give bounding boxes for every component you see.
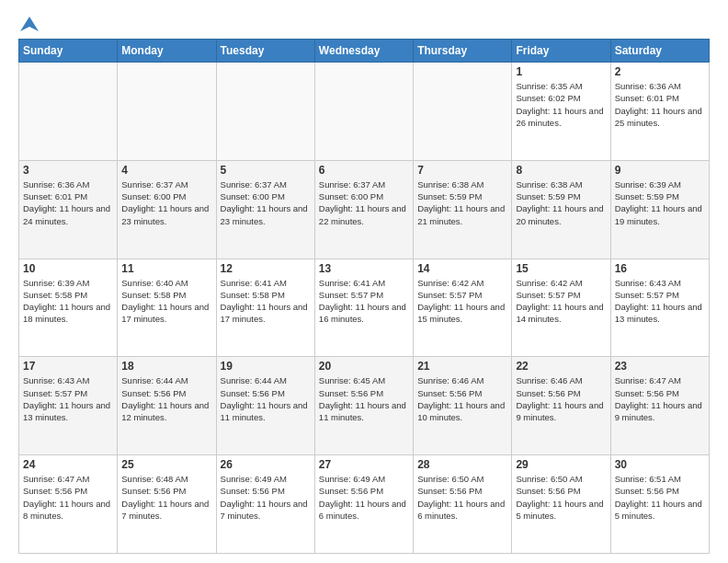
calendar-cell: 24Sunrise: 6:47 AM Sunset: 5:56 PM Dayli… [19, 455, 118, 554]
day-info: Sunrise: 6:39 AM Sunset: 5:59 PM Dayligh… [615, 178, 705, 227]
day-info: Sunrise: 6:51 AM Sunset: 5:56 PM Dayligh… [615, 473, 705, 522]
calendar-cell: 16Sunrise: 6:43 AM Sunset: 5:57 PM Dayli… [610, 259, 709, 357]
day-number: 30 [615, 458, 705, 471]
day-number: 27 [319, 458, 409, 471]
calendar-cell: 22Sunrise: 6:46 AM Sunset: 5:56 PM Dayli… [512, 357, 610, 455]
calendar-cell: 11Sunrise: 6:40 AM Sunset: 5:58 PM Dayli… [118, 259, 216, 357]
day-number: 1 [516, 65, 606, 78]
day-number: 7 [417, 164, 507, 177]
header [18, 15, 710, 29]
page: SundayMondayTuesdayWednesdayThursdayFrid… [0, 0, 728, 563]
day-info: Sunrise: 6:37 AM Sunset: 6:00 PM Dayligh… [221, 178, 311, 227]
day-number: 10 [23, 262, 113, 275]
calendar-header-friday: Friday [512, 40, 610, 63]
calendar-week-2: 3Sunrise: 6:36 AM Sunset: 6:01 PM Daylig… [19, 160, 710, 259]
day-info: Sunrise: 6:37 AM Sunset: 6:00 PM Dayligh… [319, 178, 409, 227]
day-info: Sunrise: 6:46 AM Sunset: 5:56 PM Dayligh… [417, 374, 507, 423]
calendar-header-thursday: Thursday [414, 40, 512, 63]
day-number: 22 [516, 360, 606, 373]
day-info: Sunrise: 6:45 AM Sunset: 5:56 PM Dayligh… [319, 374, 409, 423]
day-info: Sunrise: 6:37 AM Sunset: 6:00 PM Dayligh… [121, 178, 211, 227]
calendar-cell: 1Sunrise: 6:35 AM Sunset: 6:02 PM Daylig… [512, 63, 610, 161]
calendar-cell: 8Sunrise: 6:38 AM Sunset: 5:59 PM Daylig… [512, 160, 610, 259]
calendar-week-4: 17Sunrise: 6:43 AM Sunset: 5:57 PM Dayli… [19, 357, 710, 455]
calendar-week-3: 10Sunrise: 6:39 AM Sunset: 5:58 PM Dayli… [19, 259, 710, 357]
day-info: Sunrise: 6:43 AM Sunset: 5:57 PM Dayligh… [23, 374, 113, 423]
day-info: Sunrise: 6:38 AM Sunset: 5:59 PM Dayligh… [417, 178, 507, 227]
calendar-cell: 27Sunrise: 6:49 AM Sunset: 5:56 PM Dayli… [314, 455, 413, 554]
day-number: 12 [221, 262, 311, 275]
calendar-cell: 6Sunrise: 6:37 AM Sunset: 6:00 PM Daylig… [314, 160, 413, 259]
day-info: Sunrise: 6:38 AM Sunset: 5:59 PM Dayligh… [516, 178, 606, 227]
day-number: 29 [516, 458, 606, 471]
calendar-cell: 29Sunrise: 6:50 AM Sunset: 5:56 PM Dayli… [512, 455, 610, 554]
day-number: 6 [319, 164, 409, 177]
calendar-cell: 20Sunrise: 6:45 AM Sunset: 5:56 PM Dayli… [314, 357, 413, 455]
day-number: 25 [121, 458, 211, 471]
day-info: Sunrise: 6:50 AM Sunset: 5:56 PM Dayligh… [516, 473, 606, 522]
calendar-week-5: 24Sunrise: 6:47 AM Sunset: 5:56 PM Dayli… [19, 455, 710, 554]
day-info: Sunrise: 6:42 AM Sunset: 5:57 PM Dayligh… [417, 277, 507, 326]
calendar-cell: 2Sunrise: 6:36 AM Sunset: 6:01 PM Daylig… [610, 63, 709, 161]
day-number: 8 [516, 164, 606, 177]
logo [18, 15, 39, 29]
day-info: Sunrise: 6:47 AM Sunset: 5:56 PM Dayligh… [615, 374, 705, 423]
day-number: 24 [23, 458, 113, 471]
day-info: Sunrise: 6:36 AM Sunset: 6:01 PM Dayligh… [23, 178, 113, 227]
calendar-week-1: 1Sunrise: 6:35 AM Sunset: 6:02 PM Daylig… [19, 63, 710, 161]
day-number: 26 [221, 458, 311, 471]
calendar-cell: 14Sunrise: 6:42 AM Sunset: 5:57 PM Dayli… [414, 259, 512, 357]
calendar-cell: 4Sunrise: 6:37 AM Sunset: 6:00 PM Daylig… [118, 160, 216, 259]
calendar-cell: 5Sunrise: 6:37 AM Sunset: 6:00 PM Daylig… [216, 160, 314, 259]
day-info: Sunrise: 6:39 AM Sunset: 5:58 PM Dayligh… [23, 277, 113, 326]
day-number: 14 [417, 262, 507, 275]
day-info: Sunrise: 6:44 AM Sunset: 5:56 PM Dayligh… [221, 374, 311, 423]
day-number: 11 [121, 262, 211, 275]
day-number: 17 [23, 360, 113, 373]
calendar-cell: 17Sunrise: 6:43 AM Sunset: 5:57 PM Dayli… [19, 357, 118, 455]
calendar-cell: 10Sunrise: 6:39 AM Sunset: 5:58 PM Dayli… [19, 259, 118, 357]
calendar-cell: 30Sunrise: 6:51 AM Sunset: 5:56 PM Dayli… [610, 455, 709, 554]
calendar-cell: 15Sunrise: 6:42 AM Sunset: 5:57 PM Dayli… [512, 259, 610, 357]
day-number: 13 [319, 262, 409, 275]
day-info: Sunrise: 6:42 AM Sunset: 5:57 PM Dayligh… [516, 277, 606, 326]
day-info: Sunrise: 6:41 AM Sunset: 5:58 PM Dayligh… [221, 277, 311, 326]
calendar-cell: 9Sunrise: 6:39 AM Sunset: 5:59 PM Daylig… [610, 160, 709, 259]
day-number: 18 [121, 360, 211, 373]
day-info: Sunrise: 6:50 AM Sunset: 5:56 PM Dayligh… [417, 473, 507, 522]
calendar-cell: 26Sunrise: 6:49 AM Sunset: 5:56 PM Dayli… [216, 455, 314, 554]
day-info: Sunrise: 6:35 AM Sunset: 6:02 PM Dayligh… [516, 80, 606, 129]
logo-bird-icon [20, 15, 39, 33]
day-info: Sunrise: 6:46 AM Sunset: 5:56 PM Dayligh… [516, 374, 606, 423]
calendar-cell [19, 63, 118, 161]
calendar-cell [216, 63, 314, 161]
day-info: Sunrise: 6:36 AM Sunset: 6:01 PM Dayligh… [615, 80, 705, 129]
calendar-header-row: SundayMondayTuesdayWednesdayThursdayFrid… [19, 40, 710, 63]
calendar-cell: 18Sunrise: 6:44 AM Sunset: 5:56 PM Dayli… [118, 357, 216, 455]
calendar-header-sunday: Sunday [19, 40, 118, 63]
day-number: 19 [221, 360, 311, 373]
day-number: 9 [615, 164, 705, 177]
calendar-cell: 28Sunrise: 6:50 AM Sunset: 5:56 PM Dayli… [414, 455, 512, 554]
day-info: Sunrise: 6:48 AM Sunset: 5:56 PM Dayligh… [121, 473, 211, 522]
day-info: Sunrise: 6:49 AM Sunset: 5:56 PM Dayligh… [319, 473, 409, 522]
day-info: Sunrise: 6:49 AM Sunset: 5:56 PM Dayligh… [221, 473, 311, 522]
day-number: 4 [121, 164, 211, 177]
day-number: 5 [221, 164, 311, 177]
svg-marker-0 [20, 17, 39, 31]
calendar-header-tuesday: Tuesday [216, 40, 314, 63]
calendar-cell: 23Sunrise: 6:47 AM Sunset: 5:56 PM Dayli… [610, 357, 709, 455]
calendar-table: SundayMondayTuesdayWednesdayThursdayFrid… [18, 39, 710, 554]
day-number: 3 [23, 164, 113, 177]
day-info: Sunrise: 6:47 AM Sunset: 5:56 PM Dayligh… [23, 473, 113, 522]
day-info: Sunrise: 6:41 AM Sunset: 5:57 PM Dayligh… [319, 277, 409, 326]
calendar-cell [314, 63, 413, 161]
day-number: 28 [417, 458, 507, 471]
day-number: 16 [615, 262, 705, 275]
calendar-cell [118, 63, 216, 161]
day-info: Sunrise: 6:44 AM Sunset: 5:56 PM Dayligh… [121, 374, 211, 423]
calendar-header-wednesday: Wednesday [314, 40, 413, 63]
day-number: 2 [615, 65, 705, 78]
calendar-cell: 25Sunrise: 6:48 AM Sunset: 5:56 PM Dayli… [118, 455, 216, 554]
calendar-cell: 7Sunrise: 6:38 AM Sunset: 5:59 PM Daylig… [414, 160, 512, 259]
